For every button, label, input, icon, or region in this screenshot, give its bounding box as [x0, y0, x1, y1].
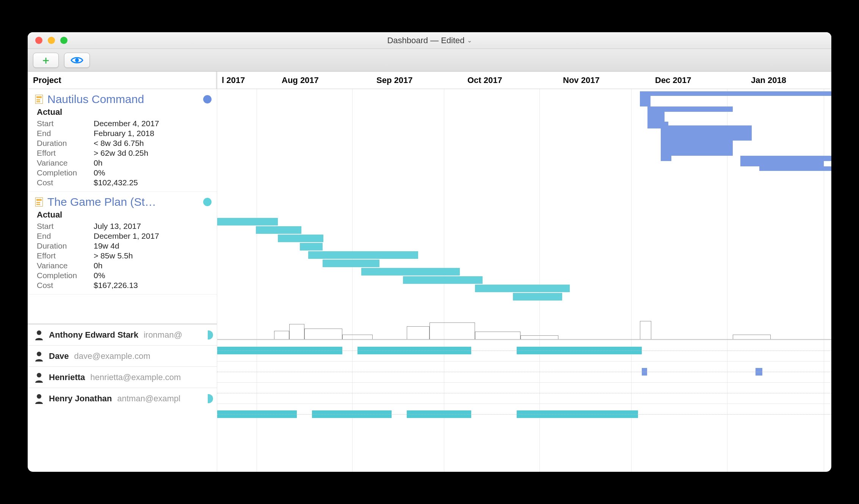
- project-row-gameplan[interactable]: The Game Plan (St… Actual StartJuly 13, …: [28, 192, 217, 294]
- resource-bar[interactable]: [517, 410, 638, 418]
- project-column-label: Project: [33, 75, 61, 85]
- project-column-header[interactable]: Project: [28, 72, 217, 89]
- project-title[interactable]: The Game Plan (St…: [47, 196, 156, 208]
- field-label: Variance: [37, 261, 94, 270]
- content-area: Nautilus Command Actual StartDecember 4,…: [28, 89, 831, 472]
- timeline-header[interactable]: l 2017Aug 2017Sep 2017Oct 2017Nov 2017De…: [217, 72, 831, 89]
- minimize-icon[interactable]: [48, 37, 55, 44]
- gantt-bar[interactable]: [647, 122, 668, 128]
- field-value: 0h: [94, 158, 102, 167]
- resource-bar[interactable]: [407, 410, 471, 418]
- title-dropdown-chevron-icon[interactable]: ⌄: [467, 37, 472, 44]
- gantt-bar[interactable]: [640, 91, 831, 96]
- gantt-bar[interactable]: [661, 141, 733, 156]
- histogram-bar: [274, 331, 289, 339]
- gantt-bar[interactable]: [647, 112, 665, 122]
- svg-point-4: [37, 394, 41, 399]
- gantt-bar[interactable]: [740, 156, 831, 161]
- resource-bar[interactable]: [756, 368, 762, 376]
- svg-point-0: [75, 58, 79, 62]
- resource-email: dave@example.com: [74, 351, 150, 361]
- resource-lane: [217, 361, 831, 382]
- gantt-bar[interactable]: [661, 156, 671, 161]
- resource-bar[interactable]: [312, 410, 392, 418]
- gantt-bar[interactable]: [661, 125, 752, 141]
- gantt-bar[interactable]: [513, 293, 562, 301]
- resource-row[interactable]: Henry Jonathanantman@exampl: [28, 388, 217, 409]
- resource-row[interactable]: Davedave@example.com: [28, 345, 217, 366]
- field-label: Duration: [37, 241, 94, 250]
- resource-bar[interactable]: [217, 410, 297, 418]
- window-controls: [35, 37, 67, 44]
- resource-bar[interactable]: [642, 368, 647, 376]
- allocation-dot-icon: [208, 394, 213, 403]
- month-label: Sep 2017: [376, 72, 412, 89]
- field-value: 0h: [94, 261, 102, 270]
- gantt-bar[interactable]: [361, 268, 460, 275]
- project-icon: [35, 197, 43, 207]
- add-button[interactable]: ＋: [33, 53, 59, 68]
- gantt-bar[interactable]: [475, 285, 570, 292]
- lane-divider: [217, 340, 831, 340]
- resource-row[interactable]: Anthony Edward Starkironman@: [28, 324, 217, 345]
- gantt-bar[interactable]: [278, 235, 323, 242]
- close-icon[interactable]: [35, 37, 42, 44]
- resource-row[interactable]: Henriettahenrietta@example.com: [28, 366, 217, 388]
- field-label: Duration: [37, 139, 94, 148]
- field-value: December 1, 2017: [94, 232, 159, 241]
- resource-bar[interactable]: [217, 347, 342, 354]
- eye-icon: [71, 56, 83, 64]
- resource-email: ironman@: [144, 330, 182, 340]
- resource-name: Anthony Edward Stark: [49, 330, 138, 340]
- field-value: 19w 4d: [94, 241, 119, 250]
- resource-email: henrietta@example.com: [90, 373, 181, 382]
- resource-name: Henrietta: [49, 373, 85, 382]
- histogram-baseline: [217, 339, 831, 340]
- resource-lane: [217, 382, 831, 404]
- window-title-main: Dashboard: [387, 36, 428, 45]
- histogram-bar: [520, 335, 558, 339]
- gantt-bar[interactable]: [308, 251, 418, 259]
- gantt-bar[interactable]: [647, 106, 733, 112]
- timeline-pane[interactable]: [217, 89, 831, 472]
- gantt-bar[interactable]: [403, 276, 483, 284]
- view-button[interactable]: [64, 53, 90, 68]
- project-row-nautilus[interactable]: Nautilus Command Actual StartDecember 4,…: [28, 89, 217, 192]
- field-value: $167,226.13: [94, 281, 138, 290]
- field-label: Completion: [37, 168, 94, 177]
- field-label: Start: [37, 222, 94, 231]
- gantt-bar[interactable]: [300, 243, 323, 250]
- histogram-bar: [640, 321, 651, 339]
- gantt-bar[interactable]: [323, 260, 379, 267]
- field-value: < 8w 3d 6.75h: [94, 139, 144, 148]
- resource-name: Dave: [49, 351, 69, 361]
- gantt-bar[interactable]: [217, 218, 278, 225]
- field-label: Effort: [37, 251, 94, 260]
- resource-email: antman@exampl: [117, 394, 180, 404]
- resource-list: Anthony Edward Starkironman@Davedave@exa…: [28, 324, 217, 409]
- histogram-bar: [342, 335, 373, 339]
- field-label: Cost: [37, 178, 94, 187]
- zoom-icon[interactable]: [60, 37, 67, 44]
- month-label: Jan 2018: [751, 72, 786, 89]
- histogram-spacer: [28, 294, 217, 324]
- field-label: Start: [37, 119, 94, 128]
- resource-bar[interactable]: [517, 347, 642, 354]
- gantt-bar[interactable]: [256, 226, 301, 234]
- gantt-bar[interactable]: [640, 96, 651, 106]
- status-dot-icon: [203, 95, 212, 103]
- project-title[interactable]: Nautilus Command: [47, 93, 144, 106]
- field-label: Cost: [37, 281, 94, 290]
- column-header-row: Project l 2017Aug 2017Sep 2017Oct 2017No…: [28, 72, 831, 89]
- resource-bar[interactable]: [357, 347, 471, 354]
- project-icon: [35, 95, 43, 104]
- histogram-bar: [475, 332, 520, 339]
- allocation-dot-icon: [208, 330, 213, 340]
- gantt-bar[interactable]: [759, 166, 831, 171]
- gantt-bar[interactable]: [740, 161, 824, 166]
- person-icon: [34, 351, 44, 362]
- field-value: > 62w 3d 0.25h: [94, 149, 148, 158]
- resource-lane: [217, 340, 831, 361]
- histogram-bar: [733, 335, 771, 339]
- left-panel: Nautilus Command Actual StartDecember 4,…: [28, 89, 217, 472]
